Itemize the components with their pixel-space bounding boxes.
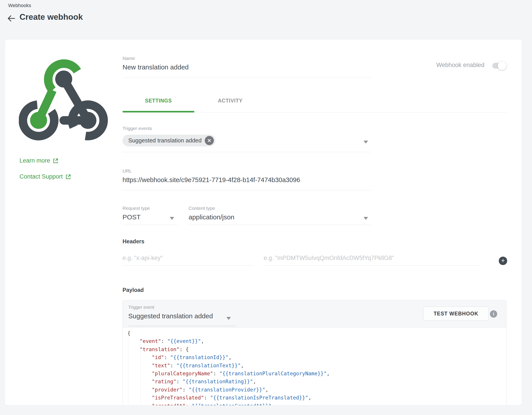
url-field-value[interactable]: https://webhook.site/c9e75921-7719-4f28-…: [123, 176, 300, 184]
webhook-enabled-label: Webhook enabled: [436, 62, 484, 69]
code-line: "createdAt": "{{translationCreatedAt}}",: [123, 402, 506, 405]
webhook-enabled-toggle[interactable]: [492, 63, 505, 69]
request-type-label: Request type: [123, 206, 150, 211]
url-field-underline: [123, 190, 371, 190]
name-field-value[interactable]: New translation added: [123, 63, 189, 71]
breadcrumb[interactable]: Webhooks: [8, 3, 31, 9]
content-type-underline: [189, 225, 371, 225]
content-type-value[interactable]: application/json: [189, 213, 234, 221]
close-icon: [208, 139, 211, 142]
trigger-event-chip[interactable]: Suggested translation added: [123, 135, 215, 146]
indent-guide: [128, 337, 128, 405]
test-webhook-button[interactable]: TEST WEBHOOK: [423, 306, 489, 321]
page-title: Create webhook: [19, 12, 83, 22]
info-glyph: i: [493, 311, 494, 316]
payload-box: Trigger event Suggested translation adde…: [123, 300, 506, 405]
payload-header: Trigger event Suggested translation adde…: [123, 301, 506, 328]
payload-trigger-event-underline: [128, 326, 236, 326]
external-link-icon: [53, 158, 58, 164]
request-type-underline: [123, 225, 178, 225]
tab-activity[interactable]: ACTIVITY: [194, 98, 266, 104]
header-key-input[interactable]: [123, 251, 254, 266]
webhook-logo: [19, 56, 109, 143]
back-arrow-icon[interactable]: [7, 14, 16, 23]
content-type-label: Content type: [189, 206, 215, 211]
payload-code[interactable]: {"event": "{{event}}","translation": {"i…: [123, 328, 506, 405]
name-field-underline: [123, 78, 371, 78]
code-line: "text": "{{translationText}}",: [123, 362, 506, 370]
chip-label: Suggested translation added: [128, 137, 202, 144]
url-field-label: URL: [123, 168, 132, 174]
headers-section-label: Headers: [123, 238, 144, 245]
content-type-dropdown-icon[interactable]: [364, 217, 368, 220]
plus-icon: +: [501, 257, 505, 264]
arrow-left-icon: [7, 14, 16, 23]
tab-settings[interactable]: SETTINGS: [123, 98, 194, 104]
code-line: "isPreTranslated": "{{translationIsPreTr…: [123, 394, 506, 402]
learn-more-link[interactable]: Learn more: [19, 157, 58, 164]
header-value-input[interactable]: [264, 251, 480, 266]
add-header-button[interactable]: +: [499, 257, 507, 265]
info-icon[interactable]: i: [490, 310, 497, 318]
trigger-events-underline: [123, 152, 371, 152]
active-tab-indicator: [123, 111, 194, 112]
code-line: "rating": "{{translationRating}}",: [123, 377, 506, 385]
chip-remove-icon[interactable]: [205, 136, 214, 145]
create-webhook-card: Learn more Contact Support Name New tran…: [5, 40, 522, 405]
code-line: "provider": "{{translationProvider}}",: [123, 386, 506, 394]
external-link-icon: [65, 174, 71, 180]
contact-support-link[interactable]: Contact Support: [19, 173, 71, 180]
trigger-events-label: Trigger events: [123, 126, 152, 131]
learn-more-label: Learn more: [19, 157, 50, 164]
name-field-label: Name: [123, 56, 135, 61]
payload-section-label: Payload: [123, 287, 144, 293]
payload-trigger-event-dropdown-icon[interactable]: [227, 317, 231, 320]
contact-support-label: Contact Support: [19, 173, 63, 180]
code-line: {: [123, 329, 506, 337]
payload-trigger-event-value[interactable]: Suggested translation added: [128, 312, 213, 320]
request-type-value[interactable]: POST: [123, 213, 141, 221]
trigger-events-dropdown-icon[interactable]: [364, 141, 368, 144]
code-line: "event": "{{event}}",: [123, 337, 506, 345]
code-line: "pluralCategoryName": "{{translationPlur…: [123, 370, 506, 377]
code-line: "translation": {: [123, 345, 506, 353]
code-line: "id": "{{translationId}}",: [123, 353, 506, 361]
indent-guide: [140, 337, 141, 405]
request-type-dropdown-icon[interactable]: [170, 217, 174, 220]
payload-trigger-event-label: Trigger event: [128, 305, 154, 310]
toggle-knob[interactable]: [498, 61, 506, 70]
